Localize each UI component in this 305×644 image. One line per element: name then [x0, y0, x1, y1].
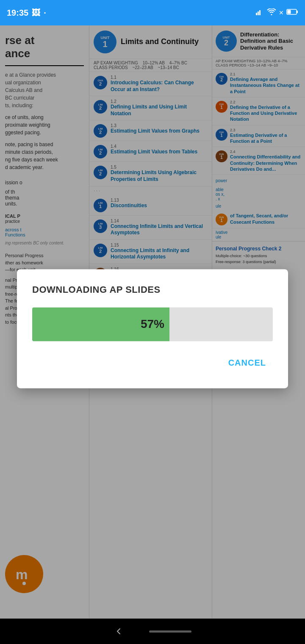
dialog-title: DOWNLOADING AP SLIDES	[32, 284, 273, 295]
signal-icon	[256, 8, 264, 17]
svg-rect-2	[259, 10, 261, 15]
svg-rect-1	[258, 11, 259, 15]
time-display: 19:35	[7, 8, 28, 18]
cancel-button[interactable]: CANCEL	[222, 355, 273, 371]
svg-rect-0	[256, 13, 257, 15]
status-bar: 19:35 🖼 · ✕	[0, 0, 305, 25]
status-bar-right: ✕	[256, 8, 298, 17]
image-icon: 🖼	[32, 8, 40, 18]
dot-indicator: ·	[44, 8, 46, 18]
battery-icon	[286, 8, 298, 17]
battery-x-icon: ✕	[279, 9, 284, 16]
download-dialog: DOWNLOADING AP SLIDES 57% CANCEL	[17, 269, 288, 388]
wifi-icon	[267, 8, 276, 17]
content-area: rse atance e at a Glance providesual org…	[0, 25, 305, 644]
dialog-actions: CANCEL	[32, 355, 273, 371]
progress-label: 57%	[141, 317, 164, 331]
status-bar-left: 19:35 🖼 ·	[7, 8, 46, 18]
svg-rect-5	[288, 10, 291, 14]
progress-container: 57%	[32, 307, 273, 341]
svg-rect-4	[297, 11, 298, 13]
